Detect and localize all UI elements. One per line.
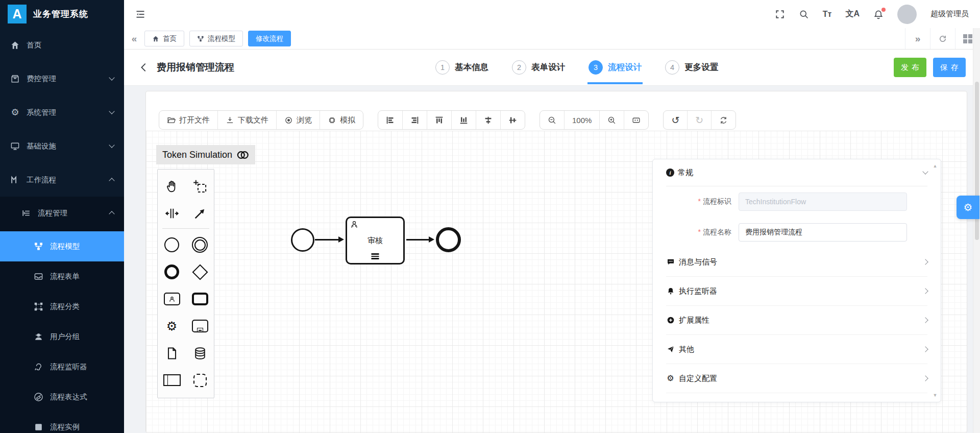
step-more-settings[interactable]: 4 更多设置 — [665, 60, 718, 75]
file-button-group: 打开文件 下载文件 浏览 模拟 — [159, 110, 363, 130]
create-participant[interactable] — [158, 367, 186, 394]
back-icon[interactable] — [138, 62, 150, 73]
align-right-button[interactable] — [402, 111, 427, 129]
step-process-design[interactable]: 3 流程设计 — [589, 60, 642, 75]
create-service-task[interactable]: ⚙ — [158, 312, 186, 340]
multi-instance-marker-icon — [372, 253, 379, 259]
refresh-icon[interactable] — [930, 28, 955, 49]
create-data-object[interactable] — [158, 340, 186, 367]
section-messages-signals[interactable]: 消息与信号 — [666, 248, 927, 277]
main-content: 打开文件 下载文件 浏览 模拟 — [124, 86, 980, 433]
preview-button[interactable]: 浏览 — [276, 111, 320, 129]
section-other[interactable]: 其他 — [666, 335, 927, 364]
sidebar-item-process-expression[interactable]: 流程表达式 — [0, 382, 124, 412]
page-title: 费用报销管理流程 — [157, 61, 234, 74]
save-button[interactable]: 保存 — [933, 58, 966, 77]
tab-home[interactable]: 首页 — [144, 31, 184, 46]
user-task-icon — [164, 293, 180, 305]
sequence-flow-2[interactable] — [406, 239, 429, 240]
settings-fab[interactable]: ⚙ — [957, 196, 979, 219]
global-connect-tool[interactable] — [186, 200, 214, 227]
sidebar-item-infrastructure[interactable]: 基础设施 — [0, 129, 124, 163]
sidebar-item-expense[interactable]: 费控管理 — [0, 62, 124, 95]
sidebar-item-system[interactable]: ⚙ 系统管理 — [0, 95, 124, 129]
field-label: 流程名称 — [666, 228, 731, 237]
zoom-out-button[interactable] — [540, 111, 564, 129]
sidebar-item-process-category[interactable]: 流程分类 — [0, 292, 124, 322]
sidebar-item-process-model[interactable]: 流程模型 — [0, 231, 124, 261]
align-center-vertical-button[interactable] — [500, 111, 525, 129]
sidebar-item-user-group[interactable]: 用户分组 — [0, 322, 124, 352]
app-logo-row[interactable]: A 业务管理系统 — [0, 0, 124, 28]
create-end-event[interactable] — [158, 258, 186, 285]
sidebar-item-process-management[interactable]: 流程管理 — [0, 197, 124, 229]
sidebar-item-process-listener[interactable]: 流程监听器 — [0, 352, 124, 382]
hamburger-icon[interactable] — [135, 9, 145, 19]
align-center-horizontal-icon — [484, 116, 493, 125]
scroll-tags-left-icon[interactable]: « — [124, 33, 144, 44]
start-event-shape[interactable] — [291, 228, 314, 252]
scroll-tags-right-icon[interactable]: » — [905, 28, 930, 49]
publish-button[interactable]: 发布 — [894, 58, 926, 77]
open-file-button[interactable]: 打开文件 — [159, 111, 217, 129]
restart-button[interactable] — [711, 111, 736, 129]
step-basic-info[interactable]: 1 基本信息 — [435, 60, 488, 75]
create-subprocess[interactable] — [186, 312, 214, 340]
download-file-button[interactable]: 下载文件 — [217, 111, 276, 129]
align-bottom-button[interactable] — [451, 111, 476, 129]
hand-tool[interactable] — [158, 173, 186, 200]
tab-label: 首页 — [163, 34, 177, 43]
sequence-flow-1[interactable] — [315, 239, 339, 240]
sidebar-item-home[interactable]: 首页 — [0, 28, 124, 62]
process-key-input[interactable] — [739, 193, 907, 211]
step-form-design[interactable]: 2 表单设计 — [512, 60, 565, 75]
create-data-store[interactable] — [186, 340, 214, 367]
sidebar-item-process-form[interactable]: 流程表单 — [0, 261, 124, 292]
bell-icon[interactable] — [873, 9, 884, 19]
zoom-in-button[interactable] — [599, 111, 624, 129]
create-call-activity[interactable] — [186, 285, 214, 312]
create-group[interactable] — [186, 367, 214, 394]
tab-process-model[interactable]: 流程模型 — [189, 31, 243, 46]
text-size-icon[interactable]: Tт — [823, 10, 832, 19]
undo-button[interactable]: ↺ — [664, 111, 687, 129]
fullscreen-icon[interactable] — [775, 9, 785, 19]
simulate-button[interactable]: 模拟 — [320, 111, 363, 129]
create-intermediate-event[interactable] — [186, 231, 214, 258]
sidebar-item-process-instance[interactable]: 流程实例 — [0, 412, 124, 433]
redo-button[interactable]: ↻ — [687, 111, 711, 129]
zoom-reset-button[interactable] — [624, 111, 648, 129]
scroll-up-icon[interactable]: ▲ — [933, 163, 938, 169]
lasso-tool[interactable] — [186, 173, 214, 200]
align-left-button[interactable] — [378, 111, 402, 129]
section-execution-listener[interactable]: 执行监听器 — [666, 277, 927, 306]
chevron-up-icon — [109, 211, 114, 216]
sidebar-item-workflow[interactable]: 工作流程 — [0, 163, 124, 197]
token-simulation-toggle[interactable]: Token Simulation — [156, 145, 255, 164]
space-tool[interactable] — [158, 200, 186, 227]
process-name-input[interactable] — [739, 223, 907, 242]
avatar[interactable] — [897, 5, 917, 24]
search-icon[interactable] — [799, 9, 809, 19]
align-top-button[interactable] — [427, 111, 451, 129]
translate-icon[interactable]: 文A — [845, 9, 860, 19]
align-center-horizontal-button[interactable] — [476, 111, 500, 129]
user-task-shape[interactable]: 审核 — [346, 216, 405, 264]
end-event-shape[interactable] — [436, 227, 461, 252]
section-extended-properties[interactable]: 扩展属性 — [666, 306, 927, 335]
gear-icon: ⚙ — [10, 108, 20, 117]
create-start-event[interactable] — [158, 231, 186, 258]
section-general[interactable]: i 常规 — [666, 159, 927, 186]
tags-view-bar: « 首页 流程模型 修改流程 » — [124, 28, 980, 50]
create-gateway[interactable] — [186, 258, 214, 285]
gear-icon: ⚙ — [964, 201, 973, 213]
section-custom-config[interactable]: ⚙ 自定义配置 — [666, 364, 927, 393]
hand-icon — [165, 179, 179, 194]
scroll-down-icon[interactable]: ▼ — [933, 393, 938, 398]
page-scrollbar[interactable] — [973, 28, 980, 433]
tab-edit-process[interactable]: 修改流程 — [248, 31, 291, 46]
designer-toolbar: 打开文件 下载文件 浏览 模拟 — [159, 110, 736, 130]
create-user-task[interactable] — [158, 285, 186, 312]
panel-scrollbar[interactable]: ▲ ▼ — [932, 161, 939, 400]
sidebar: A 业务管理系统 首页 费控管理 ⚙ 系统管理 基础设施 工作流程 流程管理 — [0, 0, 124, 433]
